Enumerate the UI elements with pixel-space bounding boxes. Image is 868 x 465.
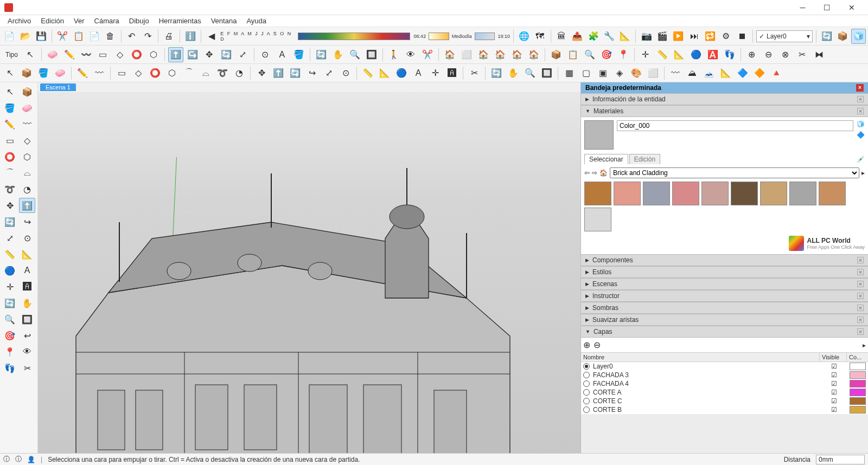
tab-edicion[interactable]: Edición	[629, 154, 660, 164]
move-icon[interactable]: ✥	[202, 47, 217, 62]
menu-ayuda[interactable]: Ayuda	[242, 16, 271, 26]
layer-row[interactable]: CORTE C ☑	[581, 397, 868, 405]
material-swatch[interactable]	[584, 182, 611, 205]
tab-seleccionar[interactable]: Seleccionar	[584, 154, 628, 164]
lt-rotate-icon[interactable]: 🔄	[2, 214, 18, 229]
tape-icon[interactable]: 📐	[672, 47, 687, 62]
status-help-icon[interactable]: ⓘ	[3, 455, 10, 464]
poly3-icon[interactable]: ⬡	[164, 66, 180, 81]
dimension-icon[interactable]: 📏	[655, 47, 670, 62]
zoom-window-icon[interactable]: 🔲	[364, 47, 379, 62]
tape3-icon[interactable]: 📏	[360, 66, 375, 81]
layer-dropdown[interactable]: ✓ Layer0▾	[756, 30, 813, 42]
lt-select-icon[interactable]: ↖	[2, 84, 18, 99]
lt-rect-icon[interactable]: ▭	[2, 133, 18, 148]
style-tex-icon[interactable]: 🎨	[629, 66, 644, 81]
col-color[interactable]: Co...	[846, 353, 868, 361]
followme-icon[interactable]: ↪️	[185, 47, 200, 62]
redo-icon[interactable]: ↷	[141, 29, 155, 44]
undo-icon[interactable]: ↶	[125, 29, 139, 44]
material-category-dropdown[interactable]: Brick and Cladding	[610, 167, 859, 178]
layer-color-swatch[interactable]	[850, 363, 866, 370]
material-preview-swatch[interactable]	[584, 120, 614, 150]
section-icon[interactable]: ✂️	[420, 47, 435, 62]
iso-view-icon[interactable]: 📦	[835, 29, 850, 44]
layer-visible-checkbox[interactable]: ☑	[820, 380, 847, 388]
panel-close-icon[interactable]: ×	[857, 328, 864, 335]
style-shaded-icon[interactable]: ◈	[612, 66, 627, 81]
lt-arc3-icon[interactable]: ➰	[2, 182, 18, 197]
nav-fwd-icon[interactable]: ⇨	[592, 169, 597, 177]
freehand3-icon[interactable]: 〰	[92, 66, 107, 81]
panel-close-icon[interactable]: ×	[857, 257, 864, 263]
material-swatch[interactable]	[731, 182, 758, 205]
panel-close-icon[interactable]: ×	[857, 293, 864, 299]
select3-icon[interactable]: ↖	[2, 66, 17, 81]
lt-walk-icon[interactable]: 👣	[2, 360, 18, 376]
perspective-icon[interactable]: 🧊	[851, 29, 865, 44]
freehand-icon[interactable]: 〰️	[79, 47, 94, 62]
sandbox5-icon[interactable]: 🔷	[735, 66, 750, 81]
lt-tape-icon[interactable]: 📏	[2, 247, 18, 262]
panel-estilos[interactable]: ▶Estilos×	[581, 266, 868, 278]
rotrect3-icon[interactable]: ◇	[131, 66, 146, 81]
pan-icon[interactable]: ✋	[330, 47, 346, 62]
layer-color-swatch[interactable]	[850, 371, 866, 379]
material-swatch[interactable]	[672, 182, 699, 205]
text-icon[interactable]: A	[275, 47, 290, 62]
paste-icon[interactable]: 📄	[87, 29, 101, 44]
layer-radio[interactable]	[583, 398, 590, 404]
view-front-icon[interactable]: 🏠	[476, 47, 491, 62]
layer-radio[interactable]	[583, 363, 590, 370]
orbit2-icon[interactable]: 🔄	[314, 47, 329, 62]
solid-split-icon[interactable]: ⧓	[812, 47, 827, 62]
panel-close-icon[interactable]: ×	[857, 269, 864, 275]
menu-edicion[interactable]: Edición	[36, 16, 68, 26]
open-file-icon[interactable]: 📂	[18, 29, 32, 44]
style-mono-icon[interactable]: ⬜	[646, 66, 661, 81]
panel-close-icon[interactable]: ×	[857, 108, 864, 114]
camera-record-icon[interactable]: 🎬	[655, 29, 669, 44]
col-nombre[interactable]: Nombre	[581, 353, 819, 361]
new-file-icon[interactable]: 📄	[2, 29, 16, 44]
layer-color-swatch[interactable]	[850, 406, 866, 414]
menu-ventana[interactable]: Ventana	[207, 16, 241, 26]
orbit3-icon[interactable]: 🔄	[489, 66, 504, 81]
lt-component-icon[interactable]: 📦	[19, 84, 35, 99]
lt-arc2-icon[interactable]: ⌓	[19, 165, 35, 180]
material-swatch[interactable]	[643, 182, 670, 205]
paint-icon[interactable]: 🪣	[291, 47, 307, 62]
layer-color-swatch[interactable]	[850, 397, 866, 405]
lt-eraser-icon[interactable]: 🧼	[19, 100, 35, 115]
layer-visible-checkbox[interactable]: ☑	[820, 406, 847, 414]
layer-color-swatch[interactable]	[850, 380, 866, 388]
section3-icon[interactable]: ✂	[467, 66, 482, 81]
panel-capas[interactable]: ▼Capas×	[581, 326, 868, 338]
nav-home-icon[interactable]: 🏠	[599, 169, 608, 177]
lt-poly-icon[interactable]: ⬡	[19, 149, 35, 164]
panel-suavizar[interactable]: ▶Suavizar aristas×	[581, 314, 868, 326]
arc3pt-icon[interactable]: ➰	[215, 66, 230, 81]
view-back-icon[interactable]: 🏠	[509, 47, 525, 62]
style-wire-icon[interactable]: ▢	[578, 66, 593, 81]
save-icon[interactable]: 💾	[34, 29, 48, 44]
solid-trim-icon[interactable]: ✂	[795, 47, 810, 62]
status-person-icon[interactable]: 👤	[27, 456, 35, 463]
lt-line-icon[interactable]: ✏️	[2, 117, 18, 132]
close-button[interactable]: ✕	[839, 0, 864, 15]
view-right-icon[interactable]: 🏠	[493, 47, 508, 62]
material-swatch[interactable]	[819, 182, 846, 205]
look-icon[interactable]: 👁	[403, 47, 418, 62]
rotate-icon[interactable]: 🔄	[219, 47, 234, 62]
layer-radio[interactable]	[583, 406, 590, 413]
panel-close-icon[interactable]: ×	[857, 281, 864, 287]
material-default-icon[interactable]: 🔷	[857, 131, 865, 139]
nav-back-icon[interactable]: ⇦	[584, 169, 590, 177]
protractor3-icon[interactable]: 🔵	[394, 66, 409, 81]
outliner-icon[interactable]: 📋	[565, 47, 580, 62]
geo-icon[interactable]: 🌐	[517, 29, 531, 44]
tray-title[interactable]: Bandeja predeterminada ×	[581, 82, 868, 93]
lt-section-icon[interactable]: ✂	[19, 360, 35, 376]
sandbox2-icon[interactable]: ⛰	[685, 66, 700, 81]
walk2-icon[interactable]: 👣	[722, 47, 737, 62]
